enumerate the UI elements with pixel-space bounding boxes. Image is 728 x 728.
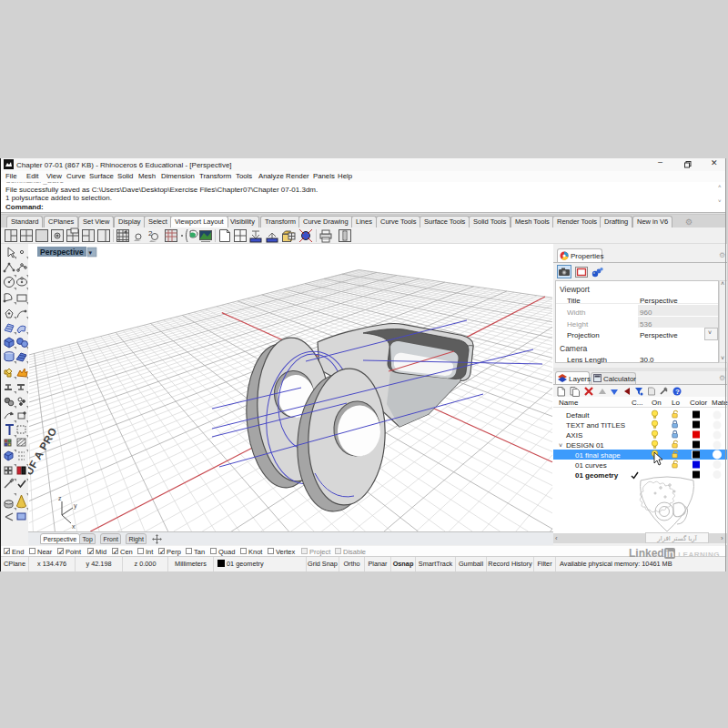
- svg-text:?: ?: [675, 388, 680, 396]
- svg-text:TEXT and TITLES: TEXT and TITLES: [566, 421, 625, 430]
- svg-text:Default: Default: [566, 411, 590, 420]
- svg-text:2: 2: [148, 229, 153, 238]
- svg-text:Perspective: Perspective: [40, 248, 84, 257]
- svg-text:▾: ▾: [89, 249, 93, 256]
- svg-text:x: x: [72, 523, 76, 530]
- svg-text:DESIGN 01: DESIGN 01: [566, 441, 604, 450]
- svg-text:01 final shape: 01 final shape: [575, 451, 621, 460]
- svg-text:AXIS: AXIS: [566, 431, 582, 440]
- svg-text:01 geometry: 01 geometry: [575, 471, 619, 480]
- svg-text:z: z: [58, 495, 62, 501]
- svg-text:˅: ˅: [559, 442, 562, 449]
- svg-text:01 curves: 01 curves: [575, 461, 607, 470]
- svg-text:y: y: [74, 502, 77, 510]
